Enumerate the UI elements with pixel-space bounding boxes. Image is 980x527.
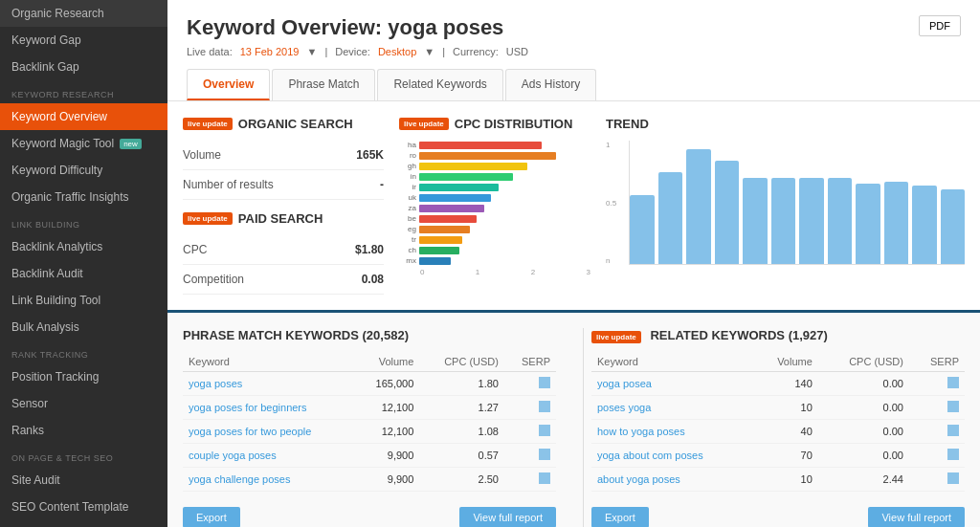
col-keyword: Keyword: [183, 352, 356, 372]
related-cpc-3: 0.00: [818, 444, 909, 468]
device-link[interactable]: Desktop: [378, 46, 416, 57]
cpc-distribution-panel: live update CPC DISTRIBUTION haroghiniru…: [399, 117, 590, 295]
phrase-kw-link-2[interactable]: yoga poses for two people: [189, 426, 311, 437]
related-keywords-table: Keyword Volume CPC (USD) SERP yoga posea…: [591, 352, 965, 492]
currency-label: Currency:: [453, 46, 499, 57]
sidebar-item-on-page-seo-checker[interactable]: On Page SEO Checker: [0, 520, 167, 527]
device-label: Device:: [335, 46, 370, 57]
sidebar-item-backlink-gap[interactable]: Backlink Gap: [0, 54, 167, 80]
related-serp-3: [909, 444, 965, 468]
sidebar-item-backlink-analytics[interactable]: Backlink Analytics: [0, 233, 167, 260]
col-volume: Volume: [356, 352, 420, 372]
cpc-bar-0: [419, 142, 542, 149]
header-meta: Live data: 13 Feb 2019 ▼ | Device: Deskt…: [187, 46, 961, 57]
related-kw-link-2[interactable]: how to yoga poses: [597, 426, 685, 437]
col-cpc: CPC (USD): [419, 352, 504, 372]
related-vol-3: 70: [754, 444, 818, 468]
phrase-cpc-0: 1.80: [419, 372, 504, 396]
phrase-serp-2: [504, 420, 556, 444]
phrase-kw-link-4[interactable]: yoga challenge poses: [189, 473, 290, 485]
phrase-vol-2: 12,100: [356, 420, 420, 444]
cpc-bar-row-8: eg: [399, 225, 590, 233]
related-vol-0: 140: [754, 372, 818, 396]
trend-bar-11: [941, 189, 966, 264]
related-cpc-4: 2.44: [818, 468, 909, 492]
phrase-match-actions: Export View full report: [183, 499, 556, 527]
trend-title: TREND: [606, 117, 965, 131]
sidebar-item-link-building-tool[interactable]: Link Building Tool: [0, 287, 167, 314]
main-content: Keyword Overview: yoga poses PDF Live da…: [167, 0, 980, 527]
sidebar-section-rank-tracking: Rank Tracking: [0, 340, 167, 363]
volume-row: Volume 165K: [183, 141, 384, 170]
phrase-match-export-button[interactable]: Export: [183, 507, 240, 527]
phrase-vol-1: 12,100: [356, 396, 420, 420]
sidebar-item-keyword-gap[interactable]: Keyword Gap: [0, 27, 167, 54]
paid-search-title: live update PAID SEARCH: [183, 211, 384, 226]
phrase-match-section: PHRASE MATCH KEYWORDS (20,582) Keyword V…: [183, 328, 556, 527]
related-kw-export-button[interactable]: Export: [591, 507, 649, 527]
sidebar-item-sensor[interactable]: Sensor: [0, 390, 167, 417]
live-badge-paid: live update: [183, 212, 233, 225]
page-header: Keyword Overview: yoga poses PDF Live da…: [167, 0, 980, 101]
sidebar-item-keyword-magic[interactable]: Keyword Magic Toolnew: [0, 130, 167, 157]
cpc-bar-row-1: ro: [399, 151, 590, 160]
live-data-label: Live data:: [187, 46, 233, 57]
phrase-vol-0: 165,000: [356, 372, 420, 396]
cpc-row: CPC $1.80: [183, 235, 384, 265]
sidebar-item-ranks[interactable]: Ranks: [0, 417, 167, 444]
trend-bar-2: [686, 149, 711, 264]
related-kw-view-full-button[interactable]: View full report: [868, 507, 965, 527]
phrase-match-row-0: yoga poses 165,000 1.80: [183, 372, 556, 396]
related-kw-link-1[interactable]: poses yoga: [597, 402, 651, 413]
tab-ads-history-tab[interactable]: Ads History: [505, 69, 596, 100]
phrase-match-row-4: yoga challenge poses 9,900 2.50: [183, 468, 556, 492]
tab-overview[interactable]: Overview: [187, 69, 270, 100]
organic-search-title: live update ORGANIC SEARCH: [183, 117, 384, 131]
trend-chart: [629, 141, 965, 265]
tab-phrase-match-tab[interactable]: Phrase Match: [272, 69, 375, 100]
sidebar-item-organic-traffic[interactable]: Organic Traffic Insights: [0, 184, 167, 210]
phrase-kw-link-1[interactable]: yoga poses for beginners: [189, 402, 307, 413]
cpc-bar-7: [419, 215, 477, 223]
related-cpc-1: 0.00: [818, 396, 909, 420]
pdf-button[interactable]: PDF: [919, 15, 961, 36]
phrase-match-view-full-button[interactable]: View full report: [459, 507, 556, 527]
related-vol-2: 40: [754, 420, 818, 444]
competition-row: Competition 0.08: [183, 265, 384, 295]
cpc-bar-1: [419, 152, 556, 160]
sidebar-item-organic-research[interactable]: Organic Research: [0, 0, 167, 27]
related-cpc-2: 0.00: [818, 420, 909, 444]
sidebar-item-keyword-overview[interactable]: Keyword Overview: [0, 103, 167, 130]
cpc-chart: haroghinirukzabeegtrchmx: [399, 141, 590, 265]
rel-col-serp: SERP: [909, 352, 965, 372]
related-kw-link-3[interactable]: yoga about com poses: [597, 450, 703, 461]
phrase-vol-3: 9,900: [356, 444, 420, 468]
phrase-serp-3: [504, 444, 556, 468]
sidebar-item-keyword-difficulty[interactable]: Keyword Difficulty: [0, 157, 167, 184]
related-kw-link-4[interactable]: about yoga poses: [597, 473, 680, 485]
related-kw-link-0[interactable]: yoga posea: [597, 378, 652, 389]
search-metrics-panel: live update ORGANIC SEARCH Volume 165K N…: [183, 117, 384, 295]
cpc-dist-title: live update CPC DISTRIBUTION: [399, 117, 590, 131]
phrase-kw-link-3[interactable]: couple yoga poses: [189, 450, 277, 461]
sidebar-item-backlink-audit[interactable]: Backlink Audit: [0, 260, 167, 287]
trend-bar-7: [828, 178, 853, 264]
sidebar-section-on-page-&-tech-seo: On Page & Tech SEO: [0, 444, 167, 467]
sidebar-section-keyword-research: Keyword Research: [0, 80, 167, 103]
related-kw-row-1: poses yoga 10 0.00: [591, 396, 965, 420]
phrase-serp-4: [504, 468, 556, 492]
trend-panel: TREND 1 0.5 n: [606, 117, 965, 295]
tab-related-keywords-tab[interactable]: Related Keywords: [377, 69, 502, 100]
sidebar-item-position-tracking[interactable]: Position Tracking: [0, 363, 167, 390]
cpc-bar-row-4: ir: [399, 183, 590, 191]
sidebar-item-seo-content-template[interactable]: SEO Content Template: [0, 494, 167, 520]
phrase-kw-link-0[interactable]: yoga poses: [189, 378, 242, 389]
trend-bar-6: [799, 178, 824, 264]
section-divider: [583, 328, 584, 527]
date-link[interactable]: 13 Feb 2019: [240, 46, 300, 57]
phrase-cpc-4: 2.50: [419, 468, 504, 492]
cpc-bar-3: [419, 173, 513, 181]
related-kw-row-2: how to yoga poses 40 0.00: [591, 420, 965, 444]
sidebar-item-bulk-analysis[interactable]: Bulk Analysis: [0, 314, 167, 340]
sidebar-item-site-audit[interactable]: Site Audit: [0, 467, 167, 494]
